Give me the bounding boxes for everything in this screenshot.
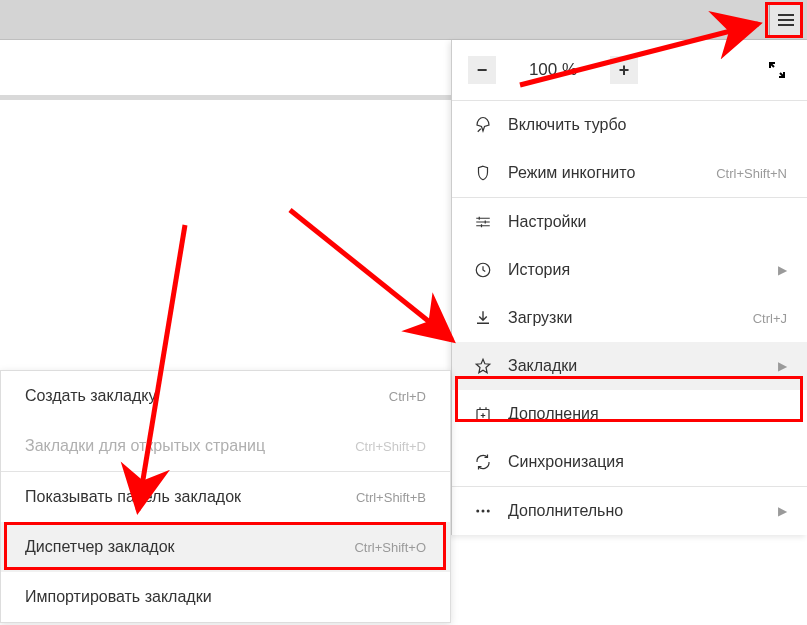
addons-icon <box>472 405 494 423</box>
menu-item-label: История <box>508 261 770 279</box>
menu-item-label: Режим инкогнито <box>508 164 716 182</box>
page-background <box>0 40 451 95</box>
menu-item-downloads[interactable]: Загрузки Ctrl+J <box>452 294 807 342</box>
menu-item-sync[interactable]: Синхронизация <box>452 438 807 486</box>
download-icon <box>472 309 494 327</box>
hamburger-icon <box>778 14 794 26</box>
menu-item-shortcut: Ctrl+J <box>753 311 787 326</box>
star-icon <box>472 357 494 375</box>
fullscreen-icon <box>768 61 786 79</box>
browser-toolbar <box>0 0 807 40</box>
sync-icon <box>472 453 494 471</box>
fullscreen-button[interactable] <box>763 56 791 84</box>
menu-item-label: Синхронизация <box>508 453 787 471</box>
rocket-icon <box>472 116 494 134</box>
incognito-icon <box>472 164 494 182</box>
submenu-item-label: Показывать панель закладок <box>25 488 356 506</box>
zoom-out-button[interactable]: − <box>468 56 496 84</box>
settings-icon <box>472 213 494 231</box>
submenu-item-create-bookmark[interactable]: Создать закладку Ctrl+D <box>1 371 450 421</box>
submenu-item-import-bookmarks[interactable]: Импортировать закладки <box>1 572 450 622</box>
svg-point-3 <box>482 510 485 513</box>
submenu-item-bookmark-open-tabs: Закладки для открытых страниц Ctrl+Shift… <box>1 421 450 471</box>
chevron-right-icon: ▶ <box>778 263 787 277</box>
menu-item-label: Дополнительно <box>508 502 770 520</box>
submenu-item-shortcut: Ctrl+Shift+D <box>355 439 426 454</box>
menu-item-settings[interactable]: Настройки <box>452 198 807 246</box>
bookmarks-submenu: Создать закладку Ctrl+D Закладки для отк… <box>0 370 451 623</box>
submenu-item-shortcut: Ctrl+Shift+O <box>354 540 426 555</box>
submenu-item-label: Диспетчер закладок <box>25 538 354 556</box>
menu-item-label: Включить турбо <box>508 116 787 134</box>
history-icon <box>472 261 494 279</box>
svg-point-2 <box>476 510 479 513</box>
main-menu-dropdown: − 100 % + Включить турбо Режим инкогнито… <box>451 40 807 535</box>
chevron-right-icon: ▶ <box>778 359 787 373</box>
submenu-item-label: Импортировать закладки <box>25 588 426 606</box>
menu-item-label: Дополнения <box>508 405 787 423</box>
menu-item-turbo[interactable]: Включить турбо <box>452 101 807 149</box>
submenu-item-shortcut: Ctrl+Shift+B <box>356 490 426 505</box>
menu-item-label: Загрузки <box>508 309 753 327</box>
zoom-controls: − 100 % + <box>452 40 807 100</box>
menu-item-incognito[interactable]: Режим инкогнито Ctrl+Shift+N <box>452 149 807 197</box>
menu-item-addons[interactable]: Дополнения <box>452 390 807 438</box>
more-icon <box>472 502 494 520</box>
menu-item-history[interactable]: История ▶ <box>452 246 807 294</box>
submenu-item-label: Закладки для открытых страниц <box>25 437 355 455</box>
submenu-item-bookmark-manager[interactable]: Диспетчер закладок Ctrl+Shift+O <box>1 522 450 572</box>
menu-item-shortcut: Ctrl+Shift+N <box>716 166 787 181</box>
menu-item-label: Закладки <box>508 357 770 375</box>
submenu-item-label: Создать закладку <box>25 387 389 405</box>
submenu-item-shortcut: Ctrl+D <box>389 389 426 404</box>
submenu-item-show-bookmarks-bar[interactable]: Показывать панель закладок Ctrl+Shift+B <box>1 472 450 522</box>
svg-point-4 <box>487 510 490 513</box>
main-menu-button[interactable] <box>769 4 803 36</box>
zoom-level: 100 % <box>508 60 598 80</box>
zoom-in-button[interactable]: + <box>610 56 638 84</box>
menu-item-bookmarks[interactable]: Закладки ▶ <box>452 342 807 390</box>
chevron-right-icon: ▶ <box>778 504 787 518</box>
menu-item-more[interactable]: Дополнительно ▶ <box>452 487 807 535</box>
menu-item-label: Настройки <box>508 213 787 231</box>
